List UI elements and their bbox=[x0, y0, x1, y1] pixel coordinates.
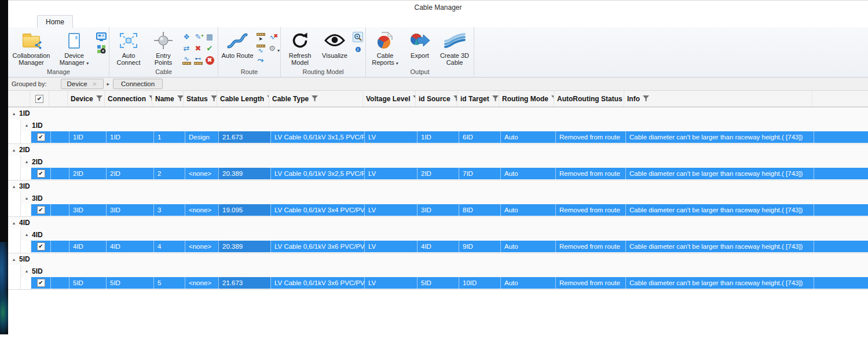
cell-routing-mode: Auto bbox=[500, 168, 555, 179]
column-header-connection[interactable]: Connection bbox=[105, 91, 152, 106]
select-all-checkbox[interactable]: ✔ bbox=[35, 95, 43, 103]
diamond-check-icon[interactable]: ❖ bbox=[181, 32, 192, 42]
button-label: Refresh Model bbox=[283, 52, 317, 66]
collapse-icon[interactable]: ▴ bbox=[11, 111, 17, 116]
filter-icon[interactable] bbox=[643, 95, 649, 102]
route-delete-icon[interactable]: ∿✖ bbox=[267, 32, 277, 42]
collapse-icon[interactable]: ▴ bbox=[11, 148, 17, 153]
column-header-cable-type[interactable]: Cable Type bbox=[269, 91, 363, 106]
group-row-connection[interactable]: ▴ 5ID bbox=[21, 265, 868, 277]
cell-routing-mode: Auto bbox=[500, 204, 555, 216]
cable-row[interactable]: ✔ 1ID 1ID 1 Design 21.673 LV Cable 0,6/1… bbox=[31, 131, 868, 143]
group-chip-device[interactable]: Device ✕ bbox=[61, 79, 104, 89]
group-row-device[interactable]: ▴ 3ID bbox=[8, 180, 868, 192]
ruler-edit-icon[interactable]: ∿ bbox=[255, 43, 266, 54]
collapse-icon[interactable]: ▴ bbox=[11, 184, 17, 189]
cable-reports-button[interactable]: Cable Reports ▾ bbox=[368, 28, 402, 67]
group-chip-connection[interactable]: Connection bbox=[113, 79, 163, 89]
collapse-icon[interactable]: ▴ bbox=[24, 196, 30, 201]
zoom-analysis-icon[interactable] bbox=[353, 32, 363, 42]
cell-connection: 1ID bbox=[106, 131, 153, 143]
gear-icon[interactable]: ⚙▾ bbox=[267, 43, 277, 54]
collapse-icon[interactable]: ▴ bbox=[24, 123, 30, 128]
cancel-circle-icon[interactable]: ✖ bbox=[204, 55, 215, 65]
cell-id-source: 4ID bbox=[417, 241, 459, 252]
row-checkbox[interactable]: ✔ bbox=[37, 242, 45, 250]
filter-icon[interactable] bbox=[453, 95, 457, 102]
column-header-id-target[interactable]: id Target bbox=[457, 91, 499, 106]
cable-ruler-icon[interactable]: ∿ bbox=[181, 55, 192, 65]
cable-row[interactable]: ✔ 5ID 5ID 5 <none> 21.673 LV Cable 0,6/1… bbox=[31, 277, 868, 289]
group-row-connection[interactable]: ▴ 4ID bbox=[21, 229, 868, 241]
column-header-cable-length[interactable]: Cable Length bbox=[217, 91, 269, 106]
column-header-info[interactable]: Info bbox=[624, 91, 812, 106]
ribbon: Home Collaboration Manager bbox=[8, 15, 868, 78]
titlebar[interactable]: Cable Manager bbox=[8, 1, 868, 15]
group-row-connection[interactable]: ▴ 2ID bbox=[21, 156, 868, 168]
group-row-connection[interactable]: ▴ 1ID bbox=[21, 119, 868, 131]
column-header-status[interactable]: Status bbox=[184, 91, 217, 106]
tile-settings-icon[interactable] bbox=[96, 44, 107, 54]
auto-route-button[interactable]: Auto Route bbox=[221, 28, 254, 59]
refresh-icon bbox=[291, 31, 309, 50]
visualize-button[interactable]: Visualize bbox=[318, 28, 351, 59]
entry-points-button[interactable]: Entry Points bbox=[147, 28, 180, 66]
row-checkbox[interactable]: ✔ bbox=[37, 206, 45, 214]
cable-row[interactable]: ✔ 2ID 2ID 2 <none> 20.389 LV Cable 0,6/1… bbox=[31, 168, 868, 180]
create-3d-cable-button[interactable]: Create 3D Cable bbox=[438, 28, 471, 66]
ruler-cursor-icon[interactable]: ➤ bbox=[255, 32, 266, 42]
column-header-routing-mode[interactable]: Routing Mode bbox=[499, 91, 554, 106]
row-checkbox[interactable]: ✔ bbox=[37, 279, 45, 287]
cable-row[interactable]: ✔ 3ID 3ID 3 <none> 19.095 LV Cable 0,6/1… bbox=[31, 204, 868, 216]
export-button[interactable]: Export bbox=[403, 28, 437, 59]
collapse-icon[interactable]: ▴ bbox=[24, 268, 30, 274]
pencil-add-icon[interactable]: ✎+ bbox=[193, 32, 203, 42]
filter-icon[interactable] bbox=[211, 95, 217, 102]
column-header-voltage-level[interactable]: Voltage Level bbox=[363, 91, 416, 106]
cell-cable-type: LV Cable 0,6/1kV 3x1,5 PVC/PVC bbox=[270, 131, 364, 143]
auto-connect-button[interactable]: Auto Connect bbox=[112, 28, 145, 66]
export-arrow-icon bbox=[409, 31, 430, 50]
delete-x-icon[interactable]: ✖ bbox=[193, 43, 203, 54]
cable-row[interactable]: ✔ 4ID 4ID 4 <none> 20.389 LV Cable 0,6/1… bbox=[31, 241, 868, 253]
filter-icon[interactable] bbox=[492, 95, 499, 102]
cell-cable-length: 19.095 bbox=[218, 204, 270, 216]
group-row-device[interactable]: ▴ 5ID bbox=[8, 253, 868, 265]
button-label: Cable Reports ▾ bbox=[368, 52, 402, 67]
tab-home[interactable]: Home bbox=[37, 15, 73, 28]
collaboration-manager-button[interactable]: Collaboration Manager bbox=[10, 28, 52, 66]
viewport-3d-fragment bbox=[0, 289, 8, 334]
info-badge-icon: i bbox=[353, 44, 363, 54]
collapse-icon[interactable]: ▴ bbox=[11, 257, 17, 262]
collapse-icon[interactable]: ▴ bbox=[24, 232, 30, 237]
table-calc-icon[interactable]: ▦ bbox=[204, 32, 215, 42]
filter-icon[interactable] bbox=[177, 95, 184, 102]
column-header-select[interactable]: ✔ bbox=[30, 91, 49, 106]
monitor-model-icon[interactable] bbox=[96, 32, 107, 42]
reroute-icon[interactable]: ⤳ bbox=[255, 55, 266, 65]
group-row-device[interactable]: ▴ 2ID bbox=[8, 143, 868, 156]
green-check-icon[interactable]: ✔ bbox=[204, 43, 215, 54]
column-header-id-source[interactable]: id Source bbox=[416, 91, 457, 106]
swap-arrows-icon[interactable]: ⇄ bbox=[181, 43, 192, 54]
row-checkbox[interactable]: ✔ bbox=[37, 133, 45, 141]
refresh-model-button[interactable]: Refresh Model bbox=[283, 28, 317, 66]
cable-connector-icon[interactable]: ⊷ bbox=[193, 55, 203, 65]
column-header-device[interactable]: Device bbox=[68, 91, 105, 106]
column-header-name[interactable]: Name bbox=[152, 91, 184, 106]
cell-cable-type: LV Cable 0,6/1kV 3x2,5 PVC/PVC bbox=[270, 168, 364, 179]
cell-name: 4 bbox=[153, 241, 185, 252]
group-row-connection[interactable]: ▴ 3ID bbox=[21, 192, 868, 204]
column-header-autorouting-status[interactable]: AutoRouting Status bbox=[554, 91, 624, 106]
collapse-icon[interactable]: ▴ bbox=[11, 220, 17, 226]
filter-icon[interactable] bbox=[312, 95, 318, 102]
cell-device: 1ID bbox=[69, 131, 106, 143]
group-row-device[interactable]: ▴ 4ID bbox=[8, 216, 868, 229]
filter-icon[interactable] bbox=[96, 95, 102, 102]
button-label: Auto Connect bbox=[112, 52, 145, 66]
row-checkbox[interactable]: ✔ bbox=[37, 169, 45, 178]
collapse-icon[interactable]: ▴ bbox=[24, 159, 30, 164]
group-row-device[interactable]: ▴ 1ID bbox=[8, 107, 868, 119]
chip-close-icon[interactable]: ✕ bbox=[92, 81, 97, 87]
device-manager-button[interactable]: Device Manager ▾ bbox=[53, 28, 95, 67]
